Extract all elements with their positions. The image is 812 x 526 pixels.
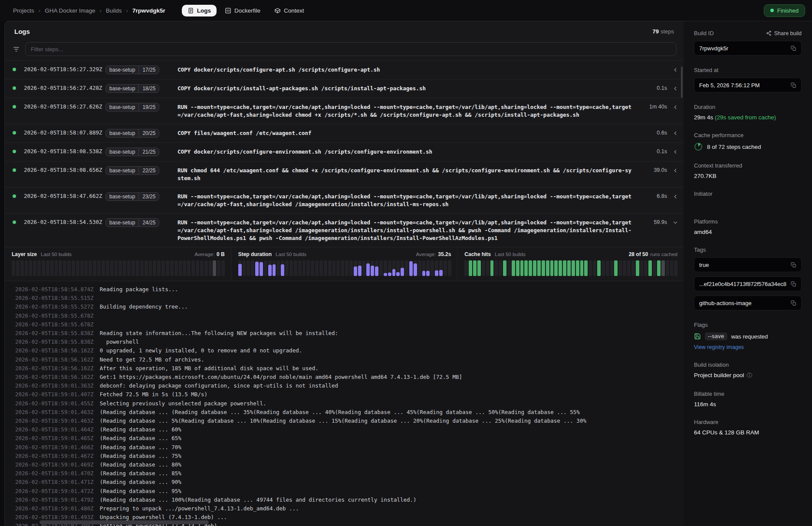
- breadcrumb-item[interactable]: 7rpwvdgk5r: [132, 7, 165, 14]
- copy-icon[interactable]: [791, 262, 796, 268]
- tag-value: github-actions-image: [699, 300, 791, 306]
- chart-bar: [183, 260, 186, 276]
- chart-meta-label: Average:: [416, 252, 436, 257]
- tab-logs[interactable]: Logs: [182, 5, 217, 16]
- raw-log-message: Unpacking powershell (7.4.13-1.deb) ...: [100, 514, 227, 520]
- chart-bar: [123, 260, 126, 276]
- raw-log-timestamp: 2026-02-05T18:59:01.472Z: [15, 488, 94, 494]
- chart-bar: [388, 260, 391, 276]
- chart-bar: [76, 260, 79, 276]
- chart-bar: [670, 260, 674, 276]
- billable-time-label: Billable time: [694, 391, 802, 397]
- step-row[interactable]: 2026-02-05T18:58:47.662Zbase-setup23/25R…: [5, 187, 684, 213]
- steps-count-number: 79: [652, 28, 658, 35]
- tag-value: true: [699, 262, 791, 268]
- breadcrumb-item[interactable]: Builds: [106, 7, 122, 14]
- chevron-left-icon[interactable]: [667, 192, 684, 200]
- vertical-scrollbar[interactable]: [681, 66, 683, 98]
- chart-bar: [221, 260, 225, 276]
- stage-index: 19/25: [138, 103, 159, 111]
- chart-bar: [268, 260, 272, 276]
- stage-index: 23/25: [138, 193, 159, 201]
- filter-funnel-icon[interactable]: [13, 46, 20, 53]
- chart-bar: [580, 260, 584, 276]
- chart-bar: [251, 260, 254, 276]
- info-icon[interactable]: ⓘ: [747, 372, 753, 378]
- step-row[interactable]: 2026-02-05T18:56:27.626Zbase-setup19/25R…: [5, 98, 684, 124]
- chart-bar: [610, 260, 614, 276]
- chart-bar: [576, 260, 579, 276]
- top-bar: Projects›GHA Docker Image›Builds›7rpwvdg…: [0, 0, 812, 21]
- step-row[interactable]: 2026-02-05T18:58:08.538Zbase-setup21/25C…: [5, 142, 684, 161]
- copy-icon[interactable]: [791, 281, 796, 287]
- raw-log-line: 2026-02-05T18:58:55.527ZBuilding depende…: [15, 302, 684, 311]
- chart-bar: [593, 260, 596, 276]
- chart-bar: [559, 260, 562, 276]
- raw-log-line: 2026-02-05T18:59:01.470Z(Reading databas…: [15, 469, 684, 478]
- chart-bar: [80, 260, 84, 276]
- chevron-down-icon[interactable]: [667, 218, 684, 226]
- share-build-button[interactable]: Share build: [766, 30, 802, 36]
- raw-log-timestamp: 2026-02-05T18:59:01.470Z: [15, 470, 94, 477]
- tag-value: ...ef21e0c4b41713f872f576a34ec8: [699, 281, 791, 287]
- breadcrumb-item[interactable]: Projects: [13, 7, 34, 14]
- tab-context[interactable]: Context: [269, 5, 310, 16]
- cache-performance-value: 8 of 72 steps cached: [707, 144, 761, 150]
- chart-bar: [281, 260, 284, 276]
- chevron-left-icon[interactable]: [667, 129, 684, 136]
- copy-icon[interactable]: [791, 46, 796, 51]
- chart-bar: [366, 260, 370, 276]
- raw-log-timestamp: 2026-02-05T18:58:56.162Z: [15, 347, 94, 354]
- chevron-left-icon[interactable]: [667, 148, 684, 155]
- build-isolation-label: Build isolation: [694, 362, 802, 368]
- raw-log-line: 2026-02-05T18:59:01.463Z(Reading databas…: [15, 417, 684, 425]
- copy-icon[interactable]: [791, 300, 796, 306]
- chart-bar: [46, 260, 49, 276]
- billable-time-value: 116m 4s: [694, 401, 802, 408]
- chart-bar: [179, 260, 182, 276]
- chart-bar-value: [375, 266, 378, 276]
- chart-bar: [640, 260, 644, 276]
- step-row[interactable]: 2026-02-05T18:56:27.428Zbase-setup18/25C…: [5, 79, 684, 98]
- raw-log-line: 2026-02-05T18:59:01.466Z(Reading databas…: [15, 443, 684, 452]
- view-registry-images-link[interactable]: View registry images: [694, 344, 802, 350]
- chevron-left-icon[interactable]: [667, 103, 684, 110]
- chart-meta-value: 28 of 50: [629, 251, 648, 257]
- share-build-label: Share build: [774, 30, 802, 36]
- tab-dockerfile[interactable]: Dockerfile: [219, 5, 266, 16]
- chart-bar: [396, 260, 400, 276]
- context-transferred-value: 270.7KB: [694, 173, 802, 179]
- chart-bar: [444, 260, 447, 276]
- step-timestamp: 2026-02-05T18:58:08.538Z: [24, 148, 105, 155]
- raw-log-line: 2026-02-05T18:59:01.363Zdebconf: delayin…: [15, 381, 684, 390]
- copy-icon[interactable]: [791, 82, 796, 88]
- chart-bar: [153, 260, 156, 276]
- chart-bar: [384, 260, 387, 276]
- chart-bar: [354, 260, 357, 276]
- step-row[interactable]: 2026-02-05T18:58:07.889Zbase-setup20/25C…: [5, 124, 684, 142]
- raw-log-message: Fetched 72.5 MB in 5s (13.5 MB/s): [100, 391, 207, 398]
- chart-bar-value: [273, 264, 276, 276]
- stage-index: 24/25: [138, 219, 159, 227]
- horizontal-scrollbar[interactable]: [39, 520, 209, 524]
- raw-log-line: 2026-02-05T18:58:55.678Z: [15, 312, 684, 320]
- filter-steps-input[interactable]: [25, 42, 677, 56]
- raw-log-timestamp: 2026-02-05T18:59:01.455Z: [15, 400, 94, 407]
- chart-bar: [50, 260, 54, 276]
- raw-log-timestamp: 2026-02-05T18:59:01.467Z: [15, 453, 94, 459]
- chevron-left-icon[interactable]: [667, 166, 684, 174]
- chart-bar: [131, 260, 135, 276]
- chart-bar-value: [414, 263, 417, 276]
- step-row[interactable]: 2026-02-05T18:58:54.530Zbase-setup24/25R…: [5, 213, 684, 247]
- build-id-field: 7rpwvdgk5r: [694, 41, 802, 56]
- chart-bar-value: [260, 262, 263, 276]
- raw-log-line: 2026-02-05T18:59:01.480ZPreparing to unp…: [15, 504, 684, 513]
- breadcrumb-item[interactable]: GHA Docker Image: [45, 7, 95, 14]
- flags-label: Flags: [694, 322, 802, 328]
- raw-log-line: 2026-02-05T18:59:01.407ZFetched 72.5 MB …: [15, 390, 684, 399]
- raw-log-line: 2026-02-05T18:58:54.874ZReading package …: [15, 285, 684, 294]
- raw-log-message: Reading package lists...: [100, 286, 178, 293]
- step-row[interactable]: 2026-02-05T18:58:08.656Zbase-setup22/25R…: [5, 161, 684, 187]
- chart-bar: [602, 260, 605, 276]
- step-row[interactable]: 2026-02-05T18:56:27.329Zbase-setup17/25C…: [5, 60, 684, 79]
